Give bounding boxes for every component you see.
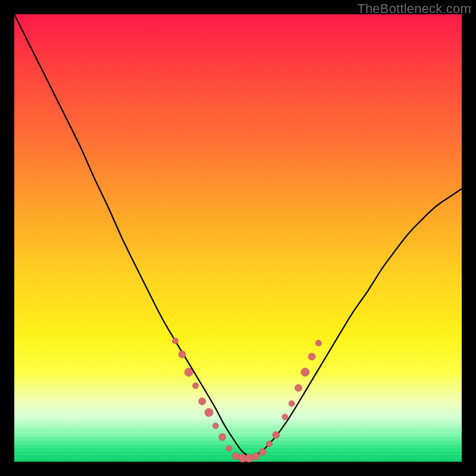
sample-dot <box>315 340 321 346</box>
sample-dot <box>199 398 206 405</box>
sample-dot <box>193 383 199 389</box>
sample-dot <box>212 423 218 429</box>
sample-dot <box>219 434 226 441</box>
sample-dot <box>259 449 266 456</box>
sample-dot <box>205 408 213 416</box>
sample-dot <box>295 384 302 392</box>
attribution-text: TheBottleneck.com <box>357 1 471 17</box>
curve-layer <box>14 14 462 456</box>
sample-dot <box>178 351 186 358</box>
sample-dot <box>173 338 178 344</box>
bottleneck-curve <box>14 14 462 456</box>
sample-dot <box>301 368 309 377</box>
sample-dot <box>267 441 273 447</box>
plot-area <box>14 14 462 462</box>
sample-dots-layer <box>173 338 322 462</box>
chart-svg <box>14 14 462 462</box>
sample-dot <box>252 453 259 460</box>
sample-dot <box>273 431 280 439</box>
sample-dot <box>245 454 253 462</box>
sample-dot <box>308 353 315 360</box>
sample-dot <box>184 368 193 377</box>
sample-dot <box>282 414 288 420</box>
sample-dot <box>289 400 295 406</box>
sample-dot <box>226 445 232 451</box>
